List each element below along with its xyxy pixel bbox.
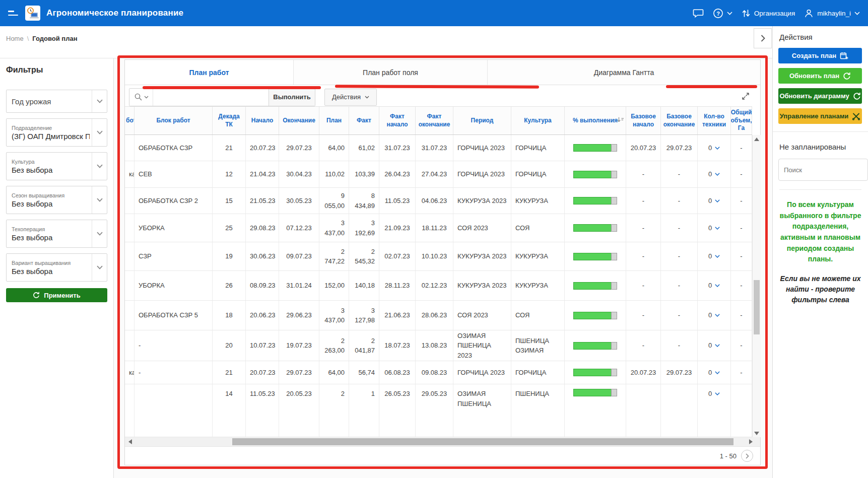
progress-fill (573, 369, 612, 376)
vertical-scroll-thumb[interactable] (754, 280, 760, 334)
user-menu[interactable]: mikhaylin_i (804, 9, 860, 18)
breadcrumb-home[interactable]: Home (6, 35, 24, 42)
обновить-диаграмму-button[interactable]: Обновить диаграмму (778, 88, 862, 104)
tab-план-работ[interactable]: План работ (125, 60, 294, 85)
organization-switch[interactable]: Организация (742, 9, 795, 18)
tech-count-dropdown[interactable]: 0 (702, 281, 726, 291)
column-header[interactable]: Декада ТК (213, 107, 246, 134)
table-cell (565, 188, 626, 214)
table-header-row: ботБлок работДекада ТКНачалоОкончаниеПла… (125, 106, 752, 135)
filter-select[interactable]: Год урожая (6, 90, 107, 113)
help-menu[interactable]: ? (713, 8, 732, 19)
refresh-icon (853, 92, 861, 100)
column-header[interactable]: Общий объем, Га (731, 107, 752, 134)
table-row[interactable]: -2010.07.2319.07.232 263,002 041,8718.07… (125, 330, 752, 361)
filter-select[interactable]: КультураБез выбора (6, 152, 107, 180)
table-row[interactable]: 1411.05.2320.05.232126.05.2329.05.23ОЗИМ… (125, 384, 752, 437)
table-cell: 0 (698, 301, 731, 330)
table-row[interactable]: ОБРАБОТКА СЗР 51820.06.2329.06.233 437,0… (125, 301, 752, 330)
table-row[interactable]: УБОРКА2529.08.2307.12.233 437,003 192,69… (125, 214, 752, 242)
vertical-scrollbar[interactable] (752, 135, 761, 437)
column-header[interactable]: Факт начало (379, 107, 416, 134)
chat-button[interactable] (693, 8, 704, 18)
column-header[interactable]: Культура (511, 107, 565, 134)
column-header[interactable]: % выполнения (565, 107, 626, 134)
table-cell: - (661, 188, 698, 214)
column-header[interactable]: Факт окончание (416, 107, 453, 134)
column-header[interactable]: бот (125, 107, 135, 134)
table-cell: - (626, 214, 661, 242)
table-cell: - (731, 135, 752, 161)
search-dropdown-button[interactable] (129, 89, 153, 106)
table-row[interactable]: ОБРАБОТКА СЗР2120.07.2329.07.2364,0061,0… (125, 135, 752, 161)
filter-select[interactable]: Вариант выращиванияБез выбора (6, 253, 107, 282)
filter-select[interactable]: Сезон выращиванияБез выбора (6, 186, 107, 214)
chevron-down-icon (97, 99, 103, 103)
column-header[interactable]: Факт (349, 107, 379, 134)
tab-диаграмма-гантта[interactable]: Диаграмма Гантта (488, 60, 760, 85)
table-cell: 21.04.23 (246, 161, 279, 187)
column-header[interactable]: Базовое начало (626, 107, 661, 134)
apply-filters-button[interactable]: Применить (6, 288, 107, 302)
unplanned-search-input[interactable] (778, 159, 868, 181)
user-label: mikhaylin_i (817, 10, 851, 17)
table-cell (125, 242, 135, 270)
filter-select[interactable]: ТехоперацияБез выбора (6, 220, 107, 248)
column-header[interactable]: Кол-во техники (698, 107, 731, 134)
collapse-panel-button[interactable] (754, 28, 772, 48)
tech-count-dropdown[interactable]: 0 (702, 310, 726, 320)
scroll-down-arrow[interactable] (753, 429, 761, 437)
tech-count-dropdown[interactable]: 0 (702, 169, 726, 179)
tech-count-dropdown[interactable]: 0 (702, 223, 726, 233)
tech-count-dropdown[interactable]: 0 (702, 143, 726, 153)
column-header[interactable]: Окончание (279, 107, 319, 134)
tab-план-работ-поля[interactable]: План работ поля (294, 60, 488, 85)
breadcrumb-current: Годовой план (32, 35, 77, 42)
pagination-next-button[interactable] (741, 450, 753, 462)
column-header[interactable]: Период (453, 107, 511, 134)
filter-select[interactable]: Подразделение(ЗГ) ОАП Дмитровск Поля (6, 118, 107, 147)
tech-count-dropdown[interactable]: 0 (702, 251, 726, 261)
scroll-up-arrow[interactable] (753, 135, 761, 143)
chevron-down-icon (715, 254, 720, 258)
horizontal-scroll-thumb[interactable] (232, 438, 733, 445)
column-header[interactable]: Начало (246, 107, 279, 134)
horizontal-scrollbar[interactable] (125, 437, 760, 446)
tech-count-dropdown[interactable]: 0 (702, 340, 726, 351)
column-header[interactable]: Базовое окончание (661, 107, 698, 134)
table-cell: 20.06.23 (246, 301, 279, 330)
table-row[interactable]: каСЕВ1221.04.2330.04.23110,02103,3926.04… (125, 161, 752, 188)
chevron-down-icon (92, 254, 107, 281)
table-row[interactable]: ка-2120.07.2329.07.2364,0056,7406.08.230… (125, 361, 752, 384)
scroll-left-arrow[interactable] (126, 437, 134, 446)
table-cell: ГОРЧИЦА (511, 135, 565, 161)
maximize-button[interactable] (741, 92, 750, 102)
tech-count-dropdown[interactable]: 0 (702, 368, 726, 378)
execute-button[interactable]: Выполнить (269, 89, 315, 106)
menu-icon[interactable] (8, 11, 19, 16)
chevron-down-icon (715, 284, 720, 288)
search-input[interactable] (153, 89, 269, 106)
column-header[interactable]: План (319, 107, 349, 134)
scroll-right-arrow[interactable] (747, 437, 755, 446)
создать-план-button[interactable]: Создать план (778, 48, 862, 63)
table-cell: 20.07.23 (246, 361, 279, 384)
table-row[interactable]: УБОРКА2608.09.2331.01.24152,00140,1828.1… (125, 271, 752, 301)
table-cell: 29.06.23 (279, 301, 319, 330)
table-cell: КУКУРУЗА (511, 271, 565, 300)
tech-count-dropdown[interactable]: 0 (702, 389, 726, 399)
обновить-план-button[interactable]: Обновить план (778, 68, 862, 84)
column-header[interactable]: Блок работ (135, 107, 213, 134)
chevron-down-icon (715, 371, 720, 375)
table-cell: 9 055,00 (319, 188, 349, 214)
table-row[interactable]: ОБРАБОТКА СЗР 21521.05.2330.05.239 055,0… (125, 188, 752, 214)
tech-count-dropdown[interactable]: 0 (702, 196, 726, 206)
actions-menu-button[interactable]: Действия (324, 89, 377, 106)
svg-text:?: ? (716, 10, 720, 16)
table-row[interactable]: СЗР1930.06.2309.07.232 747,222 545,3202.… (125, 242, 752, 271)
table-cell: 3 192,69 (349, 214, 379, 242)
table-cell: - (731, 242, 752, 270)
table-cell: 29.07.23 (661, 361, 698, 384)
progress-bar (573, 369, 618, 376)
управление-планами-button[interactable]: Управление планами (778, 108, 862, 124)
